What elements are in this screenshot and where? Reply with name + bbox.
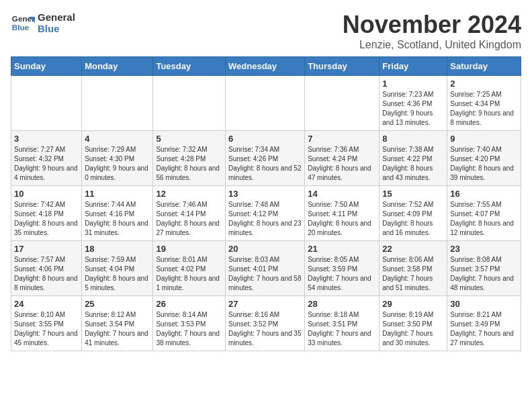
day-info: Sunrise: 7:40 AM Sunset: 4:20 PM Dayligh… bbox=[450, 145, 518, 183]
day-number: 8 bbox=[382, 134, 444, 144]
day-number: 3 bbox=[14, 134, 79, 144]
logo-line2: Blue bbox=[38, 23, 75, 34]
day-number: 20 bbox=[228, 244, 302, 254]
calendar-week-row: 10Sunrise: 7:42 AM Sunset: 4:18 PM Dayli… bbox=[11, 186, 521, 241]
calendar-cell: 2Sunrise: 7:25 AM Sunset: 4:34 PM Daylig… bbox=[447, 76, 521, 131]
day-info: Sunrise: 7:42 AM Sunset: 4:18 PM Dayligh… bbox=[14, 200, 79, 238]
calendar-cell bbox=[82, 76, 153, 131]
day-number: 29 bbox=[382, 299, 444, 309]
day-info: Sunrise: 8:18 AM Sunset: 3:51 PM Dayligh… bbox=[308, 310, 376, 348]
calendar-cell: 1Sunrise: 7:23 AM Sunset: 4:36 PM Daylig… bbox=[380, 76, 447, 131]
day-info: Sunrise: 7:48 AM Sunset: 4:12 PM Dayligh… bbox=[228, 200, 302, 238]
day-info: Sunrise: 7:44 AM Sunset: 4:16 PM Dayligh… bbox=[85, 200, 150, 238]
svg-text:Blue: Blue bbox=[12, 23, 30, 32]
calendar-table: SundayMondayTuesdayWednesdayThursdayFrid… bbox=[11, 56, 521, 351]
calendar-cell: 7Sunrise: 7:36 AM Sunset: 4:24 PM Daylig… bbox=[305, 131, 380, 186]
day-info: Sunrise: 7:32 AM Sunset: 4:28 PM Dayligh… bbox=[156, 145, 222, 183]
day-number: 10 bbox=[14, 189, 79, 199]
day-info: Sunrise: 7:55 AM Sunset: 4:07 PM Dayligh… bbox=[450, 200, 518, 238]
day-info: Sunrise: 7:50 AM Sunset: 4:11 PM Dayligh… bbox=[308, 200, 376, 238]
calendar-week-row: 24Sunrise: 8:10 AM Sunset: 3:55 PM Dayli… bbox=[11, 296, 521, 351]
calendar-cell: 20Sunrise: 8:03 AM Sunset: 4:01 PM Dayli… bbox=[226, 241, 305, 296]
day-number: 26 bbox=[156, 299, 222, 309]
calendar-cell: 29Sunrise: 8:19 AM Sunset: 3:50 PM Dayli… bbox=[380, 296, 447, 351]
day-number: 25 bbox=[85, 299, 150, 309]
day-number: 22 bbox=[382, 244, 444, 254]
day-info: Sunrise: 8:16 AM Sunset: 3:52 PM Dayligh… bbox=[228, 310, 302, 348]
day-info: Sunrise: 8:14 AM Sunset: 3:53 PM Dayligh… bbox=[156, 310, 222, 348]
day-number: 15 bbox=[382, 189, 444, 199]
day-info: Sunrise: 8:01 AM Sunset: 4:02 PM Dayligh… bbox=[156, 255, 222, 293]
calendar-cell: 17Sunrise: 7:57 AM Sunset: 4:06 PM Dayli… bbox=[11, 241, 82, 296]
calendar-cell: 10Sunrise: 7:42 AM Sunset: 4:18 PM Dayli… bbox=[11, 186, 82, 241]
day-info: Sunrise: 7:25 AM Sunset: 4:34 PM Dayligh… bbox=[450, 90, 518, 128]
day-number: 11 bbox=[85, 189, 150, 199]
title-area: November 2024 Lenzie, Scotland, United K… bbox=[343, 11, 521, 51]
calendar-cell: 13Sunrise: 7:48 AM Sunset: 4:12 PM Dayli… bbox=[226, 186, 305, 241]
calendar-week-row: 1Sunrise: 7:23 AM Sunset: 4:36 PM Daylig… bbox=[11, 76, 521, 131]
day-number: 24 bbox=[14, 299, 79, 309]
calendar-cell: 11Sunrise: 7:44 AM Sunset: 4:16 PM Dayli… bbox=[82, 186, 153, 241]
location-title: Lenzie, Scotland, United Kingdom bbox=[343, 39, 521, 51]
day-number: 14 bbox=[308, 189, 376, 199]
day-info: Sunrise: 7:52 AM Sunset: 4:09 PM Dayligh… bbox=[382, 200, 444, 238]
day-info: Sunrise: 7:23 AM Sunset: 4:36 PM Dayligh… bbox=[382, 90, 444, 128]
logo-line1: General bbox=[38, 11, 75, 23]
day-number: 18 bbox=[85, 244, 150, 254]
calendar-header-row: SundayMondayTuesdayWednesdayThursdayFrid… bbox=[11, 57, 521, 76]
calendar-cell: 27Sunrise: 8:16 AM Sunset: 3:52 PM Dayli… bbox=[226, 296, 305, 351]
day-number: 5 bbox=[156, 134, 222, 144]
calendar-cell: 21Sunrise: 8:05 AM Sunset: 3:59 PM Dayli… bbox=[305, 241, 380, 296]
day-info: Sunrise: 8:12 AM Sunset: 3:54 PM Dayligh… bbox=[85, 310, 150, 348]
calendar-cell: 25Sunrise: 8:12 AM Sunset: 3:54 PM Dayli… bbox=[82, 296, 153, 351]
calendar-cell: 12Sunrise: 7:46 AM Sunset: 4:14 PM Dayli… bbox=[153, 186, 226, 241]
calendar-week-row: 17Sunrise: 7:57 AM Sunset: 4:06 PM Dayli… bbox=[11, 241, 521, 296]
day-info: Sunrise: 7:27 AM Sunset: 4:32 PM Dayligh… bbox=[14, 145, 79, 183]
calendar-cell: 15Sunrise: 7:52 AM Sunset: 4:09 PM Dayli… bbox=[380, 186, 447, 241]
calendar-cell: 23Sunrise: 8:08 AM Sunset: 3:57 PM Dayli… bbox=[447, 241, 521, 296]
day-number: 4 bbox=[85, 134, 150, 144]
day-info: Sunrise: 7:59 AM Sunset: 4:04 PM Dayligh… bbox=[85, 255, 150, 293]
day-number: 2 bbox=[450, 79, 518, 89]
day-number: 16 bbox=[450, 189, 518, 199]
header-cell-tuesday: Tuesday bbox=[153, 57, 226, 76]
calendar-cell: 5Sunrise: 7:32 AM Sunset: 4:28 PM Daylig… bbox=[153, 131, 226, 186]
day-info: Sunrise: 7:38 AM Sunset: 4:22 PM Dayligh… bbox=[382, 145, 444, 183]
day-info: Sunrise: 7:36 AM Sunset: 4:24 PM Dayligh… bbox=[308, 145, 376, 183]
header-cell-monday: Monday bbox=[82, 57, 153, 76]
header-cell-saturday: Saturday bbox=[447, 57, 521, 76]
calendar-cell: 19Sunrise: 8:01 AM Sunset: 4:02 PM Dayli… bbox=[153, 241, 226, 296]
day-info: Sunrise: 7:46 AM Sunset: 4:14 PM Dayligh… bbox=[156, 200, 222, 238]
day-number: 7 bbox=[308, 134, 376, 144]
calendar-cell: 6Sunrise: 7:34 AM Sunset: 4:26 PM Daylig… bbox=[226, 131, 305, 186]
calendar-week-row: 3Sunrise: 7:27 AM Sunset: 4:32 PM Daylig… bbox=[11, 131, 521, 186]
day-number: 30 bbox=[450, 299, 518, 309]
day-number: 19 bbox=[156, 244, 222, 254]
calendar-cell: 4Sunrise: 7:29 AM Sunset: 4:30 PM Daylig… bbox=[82, 131, 153, 186]
day-number: 27 bbox=[228, 299, 302, 309]
calendar-cell bbox=[11, 76, 82, 131]
month-title: November 2024 bbox=[343, 11, 521, 39]
day-number: 21 bbox=[308, 244, 376, 254]
day-info: Sunrise: 8:06 AM Sunset: 3:58 PM Dayligh… bbox=[382, 255, 444, 293]
calendar-cell: 24Sunrise: 8:10 AM Sunset: 3:55 PM Dayli… bbox=[11, 296, 82, 351]
day-number: 17 bbox=[14, 244, 79, 254]
calendar-cell bbox=[153, 76, 226, 131]
day-number: 23 bbox=[450, 244, 518, 254]
calendar-cell: 14Sunrise: 7:50 AM Sunset: 4:11 PM Dayli… bbox=[305, 186, 380, 241]
day-info: Sunrise: 8:05 AM Sunset: 3:59 PM Dayligh… bbox=[308, 255, 376, 293]
calendar-cell: 8Sunrise: 7:38 AM Sunset: 4:22 PM Daylig… bbox=[380, 131, 447, 186]
calendar-cell bbox=[226, 76, 305, 131]
day-info: Sunrise: 7:57 AM Sunset: 4:06 PM Dayligh… bbox=[14, 255, 79, 293]
calendar-cell: 30Sunrise: 8:21 AM Sunset: 3:49 PM Dayli… bbox=[447, 296, 521, 351]
calendar-body: 1Sunrise: 7:23 AM Sunset: 4:36 PM Daylig… bbox=[11, 76, 521, 351]
day-number: 13 bbox=[228, 189, 302, 199]
calendar-cell: 16Sunrise: 7:55 AM Sunset: 4:07 PM Dayli… bbox=[447, 186, 521, 241]
calendar-cell bbox=[305, 76, 380, 131]
day-info: Sunrise: 8:03 AM Sunset: 4:01 PM Dayligh… bbox=[228, 255, 302, 293]
day-number: 12 bbox=[156, 189, 222, 199]
logo-icon: General Blue bbox=[11, 11, 35, 35]
day-info: Sunrise: 8:19 AM Sunset: 3:50 PM Dayligh… bbox=[382, 310, 444, 348]
day-number: 6 bbox=[228, 134, 302, 144]
day-info: Sunrise: 8:10 AM Sunset: 3:55 PM Dayligh… bbox=[14, 310, 79, 348]
